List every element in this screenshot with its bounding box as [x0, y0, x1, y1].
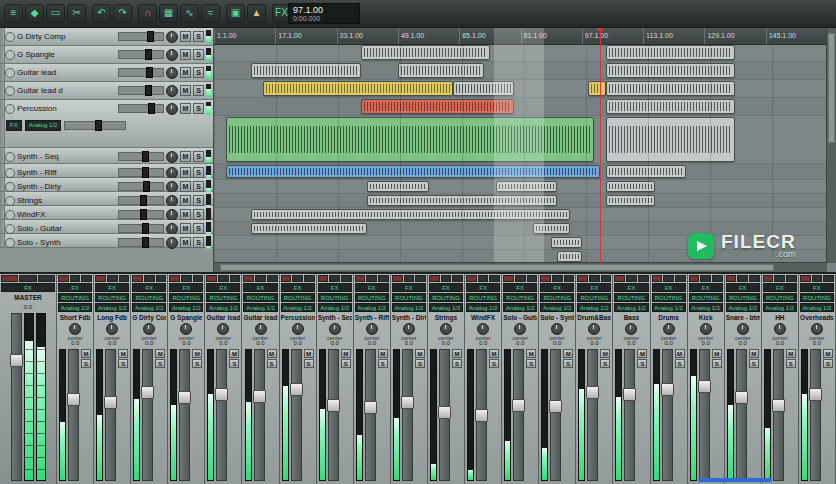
strip-phase-button[interactable]: [119, 275, 130, 282]
media-item[interactable]: [398, 63, 484, 78]
strip-monitor-button[interactable]: [107, 275, 118, 282]
channel-fx-slot[interactable]: FX: [800, 283, 834, 292]
channel-fader[interactable]: [105, 349, 116, 481]
channel-io-button[interactable]: Analog 1/2: [429, 303, 463, 312]
channel-routing-button[interactable]: ROUTING: [318, 293, 352, 302]
strip-record-arm-button[interactable]: [614, 275, 625, 282]
channel-routing-button[interactable]: ROUTING: [392, 293, 426, 302]
channel-mute-button[interactable]: M: [675, 349, 685, 358]
track-solo-button[interactable]: S: [193, 209, 204, 220]
channel-fader[interactable]: [439, 349, 450, 481]
razor-edit-icon[interactable]: ✂: [67, 4, 86, 23]
channel-solo-button[interactable]: S: [192, 359, 202, 368]
channel-mute-button[interactable]: M: [341, 349, 351, 358]
channel-pan-knob[interactable]: [625, 323, 637, 335]
track-volume-slider[interactable]: [118, 182, 164, 191]
track-grip[interactable]: [0, 192, 5, 205]
track-solo-button[interactable]: S: [193, 181, 204, 192]
channel-routing-button[interactable]: ROUTING: [652, 293, 686, 302]
channel-fx-slot[interactable]: FX: [169, 283, 203, 292]
channel-fx-slot[interactable]: FX: [652, 283, 686, 292]
track-solo-button[interactable]: S: [193, 85, 204, 96]
channel-solo-button[interactable]: S: [489, 359, 499, 368]
channel-fx-slot[interactable]: FX: [206, 283, 240, 292]
channel-pan-knob[interactable]: [774, 323, 786, 335]
channel-pan-knob[interactable]: [217, 323, 229, 335]
track-grip[interactable]: [0, 64, 5, 81]
channel-mute-button[interactable]: M: [378, 349, 388, 358]
track-grip[interactable]: [0, 100, 5, 147]
channel-io-button[interactable]: Analog 1/2: [206, 303, 240, 312]
channel-fx-slot[interactable]: FX: [429, 283, 463, 292]
channel-fx-slot[interactable]: FX: [281, 283, 315, 292]
channel-fader-thumb[interactable]: [253, 390, 266, 403]
mixer-scrollbar-thumb[interactable]: [698, 478, 772, 482]
channel-solo-button[interactable]: S: [155, 359, 165, 368]
channel-routing-button[interactable]: ROUTING: [577, 293, 611, 302]
track-volume-thumb[interactable]: [142, 167, 149, 178]
media-item[interactable]: [263, 81, 453, 96]
track-solo-button[interactable]: S: [193, 195, 204, 206]
track-volume-thumb[interactable]: [142, 151, 149, 162]
channel-mute-button[interactable]: M: [786, 349, 796, 358]
channel-fader-thumb[interactable]: [178, 391, 191, 404]
track-volume-slider[interactable]: [118, 210, 164, 219]
strip-monitor-button[interactable]: [255, 275, 266, 282]
strip-monitor-button[interactable]: [404, 275, 415, 282]
channel-routing-button[interactable]: ROUTING: [763, 293, 797, 302]
channel-mute-button[interactable]: M: [229, 349, 239, 358]
master-fx-slot[interactable]: FX: [1, 283, 55, 292]
channel-fader[interactable]: [328, 349, 339, 481]
channel-solo-button[interactable]: S: [341, 359, 351, 368]
strip-phase-button[interactable]: [304, 275, 315, 282]
track-grip[interactable]: [0, 28, 5, 45]
strip-phase-button[interactable]: [823, 275, 834, 282]
channel-io-button[interactable]: Analog 1/2: [577, 303, 611, 312]
media-item[interactable]: [367, 195, 557, 206]
channel-mute-button[interactable]: M: [267, 349, 277, 358]
track-row[interactable]: Synth - SeqMS: [0, 148, 213, 164]
track-volume-thumb[interactable]: [148, 103, 155, 114]
strip-monitor-button[interactable]: [626, 275, 637, 282]
strip-record-arm-button[interactable]: [577, 275, 588, 282]
track-volume-slider[interactable]: [118, 86, 164, 95]
track-row[interactable]: Guitar leadMS: [0, 64, 213, 82]
track-mute-button[interactable]: M: [180, 151, 191, 162]
media-item[interactable]: [361, 99, 514, 114]
channel-solo-button[interactable]: S: [749, 359, 759, 368]
strip-monitor-button[interactable]: [218, 275, 229, 282]
redo-icon[interactable]: ↷: [113, 4, 132, 23]
channel-mute-button[interactable]: M: [526, 349, 536, 358]
channel-fader-thumb[interactable]: [401, 396, 414, 409]
channel-solo-button[interactable]: S: [452, 359, 462, 368]
channel-mute-button[interactable]: M: [749, 349, 759, 358]
channel-io-button[interactable]: Analog 1/2: [540, 303, 574, 312]
channel-io-button[interactable]: Analog 1/2: [58, 303, 92, 312]
channel-mute-button[interactable]: M: [452, 349, 462, 358]
channel-fader[interactable]: [402, 349, 413, 481]
channel-pan-knob[interactable]: [551, 323, 563, 335]
channel-fader-thumb[interactable]: [809, 388, 822, 401]
channel-fader-thumb[interactable]: [104, 396, 117, 409]
strip-monitor-button[interactable]: [441, 275, 452, 282]
track-row[interactable]: Guitar lead dMS: [0, 82, 213, 100]
strip-record-arm-button[interactable]: [243, 275, 254, 282]
track-pan-knob[interactable]: [166, 31, 178, 43]
channel-fader[interactable]: [476, 349, 487, 481]
channel-mute-button[interactable]: M: [600, 349, 610, 358]
channel-solo-button[interactable]: S: [415, 359, 425, 368]
strip-record-arm-button[interactable]: [466, 275, 477, 282]
record-arm-button[interactable]: [5, 86, 15, 96]
channel-solo-button[interactable]: S: [81, 359, 91, 368]
track-row[interactable]: G Dirty CompMS: [0, 28, 213, 46]
strip-phase-button[interactable]: [415, 275, 426, 282]
strip-record-arm-button[interactable]: [392, 275, 403, 282]
channel-mute-button[interactable]: M: [118, 349, 128, 358]
channel-mute-button[interactable]: M: [415, 349, 425, 358]
channel-routing-button[interactable]: ROUTING: [95, 293, 129, 302]
strip-phase-button[interactable]: [489, 275, 500, 282]
channel-fx-slot[interactable]: FX: [577, 283, 611, 292]
channel-fader[interactable]: [513, 349, 524, 481]
track-mute-button[interactable]: M: [180, 237, 191, 248]
strip-monitor-button[interactable]: [700, 275, 711, 282]
